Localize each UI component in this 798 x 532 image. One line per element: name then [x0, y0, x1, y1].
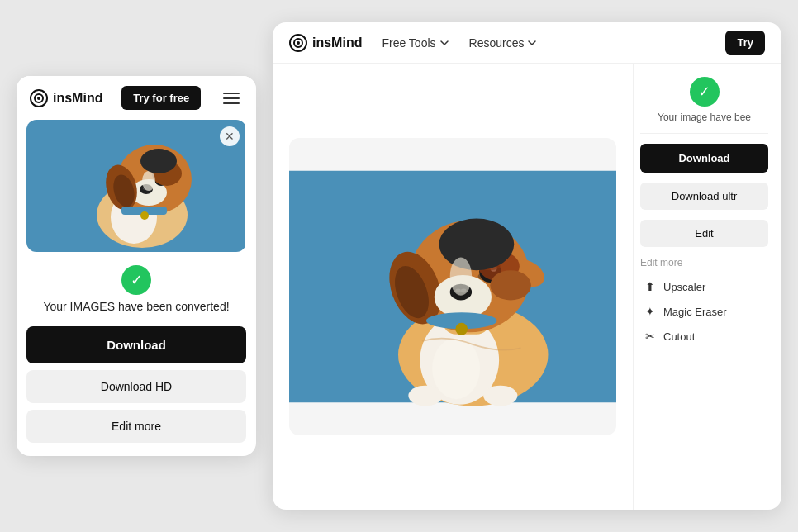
edit-more-section: Edit more ⬆ Upscaler ✦ Magic Eraser ✂ Cu…: [640, 257, 768, 348]
cutout-tool[interactable]: ✂ Cutout: [640, 325, 768, 348]
mobile-panel: insMind Try for free: [17, 76, 256, 456]
dog-illustration-small: [26, 120, 245, 252]
svg-point-38: [490, 270, 531, 300]
success-section: ✓ Your IMAGES have been converted!: [17, 252, 256, 320]
success-check-icon: ✓: [121, 265, 151, 295]
svg-point-37: [439, 219, 515, 271]
resources-label: Resources: [469, 36, 525, 50]
svg-point-41: [455, 323, 468, 335]
try-for-free-button[interactable]: Try for free: [121, 86, 201, 110]
success-message: Your IMAGES have been converted!: [43, 300, 229, 313]
free-tools-label: Free Tools: [382, 36, 435, 50]
upscaler-tool[interactable]: ⬆ Upscaler: [640, 275, 768, 298]
desktop-panel: insMind Free Tools Resources Try: [273, 22, 781, 510]
desktop-logo: insMind: [289, 34, 362, 52]
sidebar-edit-button[interactable]: Edit: [640, 220, 768, 247]
svg-point-15: [140, 149, 177, 173]
nav-resources[interactable]: Resources: [469, 36, 538, 50]
magic-eraser-icon: ✦: [644, 305, 657, 318]
edit-more-label: Edit more: [640, 257, 768, 268]
desktop-main: [273, 64, 633, 510]
desktop-sidebar: ✓ Your image have bee Download Download …: [633, 64, 781, 510]
cutout-label: Cutout: [663, 330, 695, 343]
desktop-content: ✓ Your image have bee Download Download …: [273, 64, 781, 510]
magic-eraser-label: Magic Eraser: [663, 306, 727, 318]
chevron-down-icon-2: [527, 38, 537, 48]
upscaler-icon: ⬆: [644, 280, 657, 293]
logo-icon: [30, 89, 48, 107]
download-hd-button[interactable]: Download HD: [26, 370, 246, 403]
svg-point-19: [297, 41, 300, 45]
svg-point-42: [408, 386, 442, 406]
download-button[interactable]: Download: [26, 326, 246, 363]
nav-free-tools[interactable]: Free Tools: [382, 36, 449, 50]
desktop-logo-text: insMind: [312, 36, 362, 50]
upscaler-label: Upscaler: [663, 281, 705, 293]
sidebar-success-text: Your image have bee: [658, 112, 751, 123]
svg-point-39: [450, 258, 472, 296]
desktop-logo-icon: [289, 34, 307, 52]
logo-text: insMind: [53, 91, 102, 106]
chevron-down-icon: [439, 38, 449, 48]
mobile-image-container: ✕: [26, 120, 246, 252]
mobile-header: insMind Try for free: [17, 76, 256, 120]
svg-point-14: [142, 171, 155, 191]
desktop-header: insMind Free Tools Resources Try: [273, 22, 781, 64]
mobile-logo: insMind: [30, 89, 102, 107]
hamburger-line: [223, 93, 240, 94]
svg-point-17: [140, 211, 149, 220]
image-preview-container: [289, 138, 616, 435]
hamburger-menu-button[interactable]: [220, 89, 243, 107]
sidebar-success-section: ✓ Your image have bee: [640, 77, 768, 134]
close-button[interactable]: ✕: [220, 126, 240, 146]
hamburger-line: [223, 97, 240, 99]
svg-point-43: [483, 386, 517, 406]
magic-eraser-tool[interactable]: ✦ Magic Eraser: [640, 300, 768, 323]
hamburger-line: [223, 102, 240, 104]
sidebar-download-button[interactable]: Download: [640, 144, 768, 173]
svg-point-44: [432, 338, 480, 399]
mobile-actions: Download Download HD Edit more: [17, 320, 256, 456]
cutout-icon: ✂: [644, 330, 657, 343]
svg-point-1: [37, 97, 40, 100]
edit-more-button[interactable]: Edit more: [26, 410, 246, 443]
sidebar-download-ultra-button[interactable]: Download ultr: [640, 183, 768, 210]
desktop-try-button[interactable]: Try: [725, 31, 765, 55]
dog-illustration-large: [289, 146, 616, 427]
sidebar-success-icon: ✓: [690, 77, 720, 107]
